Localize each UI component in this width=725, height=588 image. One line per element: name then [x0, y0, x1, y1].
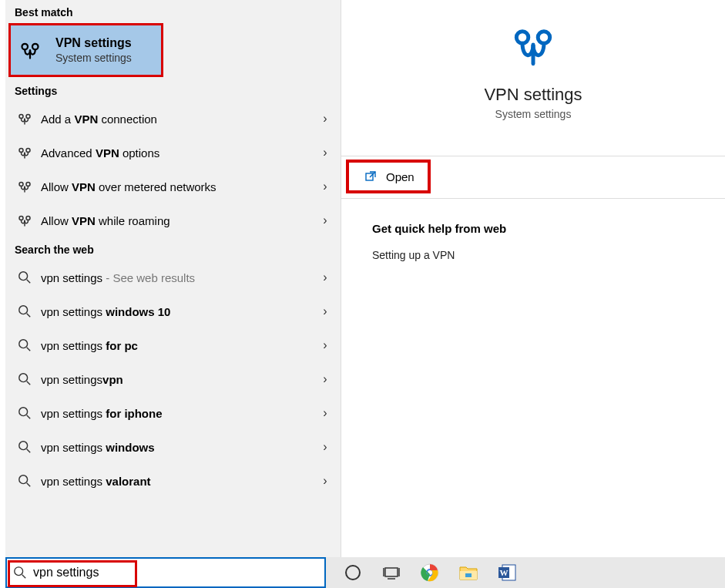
settings-result[interactable]: Allow VPN over metered networks› [5, 170, 341, 203]
open-action[interactable]: Open [346, 160, 431, 193]
chevron-right-icon: › [317, 474, 333, 488]
detail-title: VPN settings [341, 85, 725, 105]
chevron-right-icon: › [317, 112, 333, 126]
file-explorer-icon[interactable] [458, 563, 478, 583]
chevron-right-icon: › [317, 304, 333, 318]
settings-result[interactable]: Advanced VPN options› [5, 136, 341, 170]
svg-rect-22 [385, 568, 398, 576]
web-result[interactable]: vpn settings for pc› [5, 328, 341, 362]
svg-point-11 [19, 306, 28, 314]
search-box[interactable] [5, 557, 326, 588]
result-label: Allow VPN over metered networks [36, 180, 317, 193]
search-results-pane: Best match VPN settings System settings … [0, 0, 341, 557]
svg-point-13 [19, 374, 28, 382]
vpn-icon [13, 111, 36, 126]
result-label: vpn settings windows 10 [36, 305, 317, 318]
svg-point-16 [19, 475, 28, 484]
web-result[interactable]: vpn settingsvpn› [5, 362, 341, 396]
chevron-right-icon: › [317, 213, 333, 227]
svg-rect-27 [465, 573, 472, 577]
web-result[interactable]: vpn settings - See web results› [5, 260, 341, 294]
web-result[interactable]: vpn settings windows 10› [5, 294, 341, 328]
result-label: vpn settings for iphone [36, 407, 317, 420]
best-match-header: Best match [5, 0, 341, 23]
chevron-right-icon: › [317, 338, 333, 352]
search-icon [13, 440, 36, 454]
chevron-right-icon: › [317, 180, 333, 193]
taskbar: W [326, 557, 725, 588]
search-icon [12, 566, 29, 580]
result-label: vpn settings for pc [36, 339, 317, 352]
svg-point-10 [19, 272, 28, 281]
settings-header: Settings [5, 79, 341, 102]
result-label: vpn settings - See web results [36, 271, 317, 284]
result-label: Add a VPN connection [36, 113, 317, 126]
open-external-icon [364, 170, 377, 183]
best-match-subtitle: System settings [55, 52, 132, 64]
vpn-icon [13, 145, 36, 160]
chevron-right-icon: › [317, 406, 333, 420]
chrome-icon[interactable] [420, 563, 440, 583]
vpn-icon [341, 23, 725, 71]
svg-rect-19 [366, 173, 373, 180]
cortana-icon[interactable] [343, 563, 363, 583]
best-match-title: VPN settings [55, 36, 132, 50]
chevron-right-icon: › [317, 270, 333, 284]
svg-point-14 [19, 408, 28, 416]
word-icon[interactable]: W [497, 563, 517, 583]
vpn-icon [18, 39, 49, 62]
svg-point-20 [15, 567, 23, 576]
web-header: Search the web [5, 237, 341, 260]
result-label: Allow VPN while roaming [36, 214, 317, 227]
result-label: vpn settings windows [36, 441, 317, 454]
vpn-icon [13, 213, 36, 228]
help-link-setup-vpn[interactable]: Setting up a VPN [372, 249, 694, 261]
settings-result[interactable]: Add a VPN connection› [5, 102, 341, 136]
search-icon [13, 338, 36, 352]
result-label: vpn settings valorant [36, 475, 317, 488]
chevron-right-icon: › [317, 372, 333, 386]
task-view-icon[interactable] [381, 563, 401, 583]
web-result[interactable]: vpn settings valorant› [5, 464, 341, 498]
result-label: vpn settingsvpn [36, 373, 317, 386]
detail-pane: VPN settings System settings Open Get qu… [341, 0, 725, 557]
best-match-result[interactable]: VPN settings System settings [8, 23, 163, 77]
search-input[interactable] [29, 566, 320, 580]
search-icon [13, 304, 36, 318]
search-icon [13, 474, 36, 488]
svg-point-12 [19, 340, 28, 348]
search-icon [13, 406, 36, 420]
chevron-right-icon: › [317, 146, 333, 160]
vpn-icon [13, 179, 36, 194]
open-label: Open [377, 170, 415, 183]
svg-point-15 [19, 442, 28, 450]
detail-subtitle: System settings [341, 108, 725, 120]
chevron-right-icon: › [317, 440, 333, 454]
quick-help-header: Get quick help from web [372, 222, 694, 235]
web-result[interactable]: vpn settings windows› [5, 430, 341, 464]
settings-result[interactable]: Allow VPN while roaming› [5, 203, 341, 237]
svg-point-21 [346, 566, 360, 580]
search-icon [13, 270, 36, 284]
result-label: Advanced VPN options [36, 146, 317, 160]
svg-text:W: W [500, 568, 509, 577]
web-result[interactable]: vpn settings for iphone› [5, 396, 341, 430]
search-icon [13, 372, 36, 386]
